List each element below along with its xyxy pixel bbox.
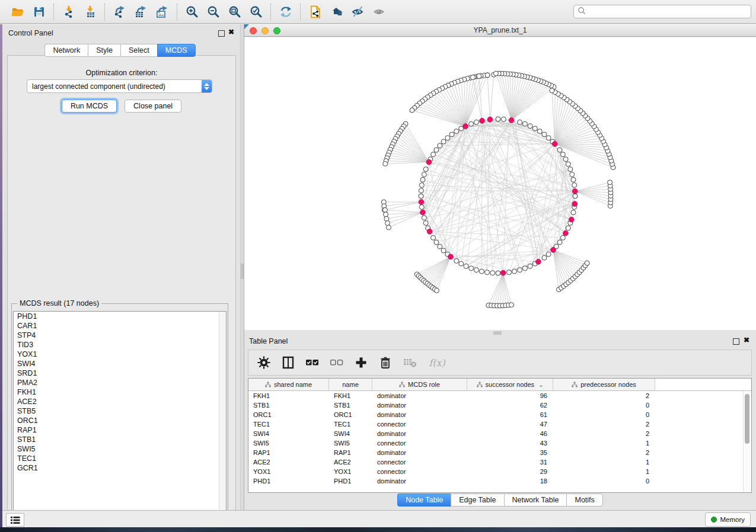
mcds-result-item[interactable]: PMA2: [14, 378, 226, 387]
optimization-criterion-select[interactable]: largest connected component (undirected): [27, 79, 212, 93]
mcds-result-item[interactable]: STB5: [14, 406, 226, 416]
column-header-MCDS-role[interactable]: MCDS role: [372, 379, 467, 390]
mcds-result-item[interactable]: CAR1: [14, 321, 226, 331]
tab-style[interactable]: Style: [88, 44, 120, 57]
cell-shared-name[interactable]: SWI5: [248, 440, 329, 447]
cell-shared-name[interactable]: STB1: [248, 402, 329, 409]
deselect-all-icon[interactable]: [330, 355, 344, 370]
network-graph[interactable]: [244, 37, 756, 330]
table-row[interactable]: SWI4SWI4dominator462: [248, 429, 751, 438]
cell-successor-nodes[interactable]: 61: [467, 411, 553, 418]
cell-shared-name[interactable]: SWI4: [248, 430, 329, 437]
add-icon[interactable]: [354, 355, 368, 370]
refresh-icon[interactable]: [277, 4, 294, 20]
cell-predecessor-nodes[interactable]: 0: [553, 402, 655, 409]
tab-network[interactable]: Network: [44, 44, 88, 57]
cell-shared-name[interactable]: ORC1: [248, 411, 329, 418]
tab-network-table[interactable]: Network Table: [504, 493, 567, 507]
column-header-successor-nodes[interactable]: successor nodes⌄: [467, 379, 553, 390]
tab-select[interactable]: Select: [120, 44, 157, 57]
cell-predecessor-nodes[interactable]: 2: [553, 449, 655, 456]
column-header-name[interactable]: name: [329, 379, 372, 390]
cell-MCDS-role[interactable]: dominator: [372, 430, 467, 437]
mcds-result-item[interactable]: PHD1: [14, 312, 226, 321]
mcds-result-item[interactable]: RAP1: [14, 425, 226, 435]
select-all-icon[interactable]: [305, 355, 320, 370]
close-table-panel-icon[interactable]: ✖: [744, 336, 749, 344]
cell-successor-nodes[interactable]: 31: [467, 459, 553, 466]
cell-successor-nodes[interactable]: 18: [467, 477, 553, 485]
cell-shared-name[interactable]: ACE2: [248, 459, 329, 466]
tab-edge-table[interactable]: Edge Table: [451, 493, 503, 507]
cell-MCDS-role[interactable]: connector: [372, 421, 467, 428]
mcds-result-item[interactable]: ORC1: [14, 416, 226, 425]
table-scrollbar[interactable]: [743, 391, 751, 492]
cell-shared-name[interactable]: TEC1: [248, 421, 329, 428]
mcds-result-item[interactable]: SWI4: [14, 359, 226, 368]
network-document-icon[interactable]: [307, 4, 324, 20]
cell-MCDS-role[interactable]: connector: [372, 459, 467, 466]
cell-name[interactable]: FKH1: [329, 392, 372, 399]
cell-MCDS-role[interactable]: dominator: [372, 392, 467, 399]
mcds-list-scrollbar[interactable]: [219, 312, 226, 521]
float-panel-icon[interactable]: [218, 30, 225, 37]
close-panel-icon[interactable]: ✖: [228, 28, 234, 36]
import-table-icon[interactable]: [82, 4, 98, 20]
cell-shared-name[interactable]: PHD1: [248, 477, 329, 485]
network-canvas[interactable]: [244, 37, 756, 330]
table-row[interactable]: RAP1RAP1dominator352: [248, 448, 751, 457]
cell-name[interactable]: PHD1: [329, 477, 372, 485]
column-header-predecessor-nodes[interactable]: predecessor nodes: [553, 379, 655, 390]
export-image-icon[interactable]: [154, 4, 171, 20]
cell-predecessor-nodes[interactable]: 2: [553, 430, 655, 437]
open-folder-icon[interactable]: [9, 4, 26, 20]
close-panel-button[interactable]: Close panel: [125, 100, 181, 113]
table-row[interactable]: ACE2ACE2connector311: [248, 457, 751, 467]
tab-node-table[interactable]: Node Table: [397, 493, 451, 507]
table-row[interactable]: STB1STB1dominator620: [248, 400, 751, 410]
cell-successor-nodes[interactable]: 29: [467, 468, 553, 475]
cell-predecessor-nodes[interactable]: 1: [553, 440, 655, 447]
float-table-panel-icon[interactable]: [733, 338, 739, 345]
mcds-result-item[interactable]: TEC1: [14, 454, 226, 463]
cell-shared-name[interactable]: YOX1: [248, 468, 329, 475]
mcds-result-item[interactable]: FKH1: [14, 387, 226, 397]
table-row[interactable]: PHD1PHD1dominator180: [248, 476, 751, 486]
mcds-result-item[interactable]: SRD1: [14, 368, 226, 378]
cell-predecessor-nodes[interactable]: 2: [553, 392, 655, 399]
search-box[interactable]: [573, 5, 751, 18]
table-row[interactable]: FKH1FKH1dominator962: [248, 391, 751, 400]
trash-icon[interactable]: [378, 355, 393, 370]
cell-MCDS-role[interactable]: connector: [372, 468, 467, 475]
task-history-button[interactable]: [6, 513, 24, 527]
zoom-out-icon[interactable]: [205, 4, 222, 20]
run-mcds-button[interactable]: Run MCDS: [62, 100, 117, 113]
cell-MCDS-role[interactable]: connector: [372, 440, 467, 447]
mcds-result-item[interactable]: STP4: [14, 331, 226, 340]
cell-shared-name[interactable]: FKH1: [248, 392, 329, 399]
vertical-splitter[interactable]: [240, 24, 244, 510]
columns-icon[interactable]: [281, 355, 295, 370]
zoom-in-icon[interactable]: [184, 4, 200, 20]
table-row[interactable]: SWI5SWI5connector431: [248, 438, 751, 448]
cell-predecessor-nodes[interactable]: 0: [553, 411, 655, 418]
cell-MCDS-role[interactable]: dominator: [372, 449, 467, 456]
mcds-result-item[interactable]: ACE2: [14, 397, 226, 406]
import-network-icon[interactable]: [60, 4, 77, 20]
table-row[interactable]: TEC1TEC1connector472: [248, 419, 751, 429]
mcds-result-item[interactable]: TID3: [14, 340, 226, 350]
cell-name[interactable]: ORC1: [329, 411, 372, 418]
cell-name[interactable]: STB1: [329, 402, 372, 409]
show-details-icon[interactable]: [371, 4, 388, 20]
tab-mcds[interactable]: MCDS: [157, 44, 196, 57]
search-input[interactable]: [586, 7, 751, 17]
cell-predecessor-nodes[interactable]: 1: [553, 459, 655, 466]
mcds-result-item[interactable]: GCR1: [14, 463, 226, 473]
cell-successor-nodes[interactable]: 62: [467, 402, 553, 409]
cell-name[interactable]: SWI4: [329, 430, 372, 437]
export-table-icon[interactable]: [133, 4, 149, 20]
cell-successor-nodes[interactable]: 43: [467, 440, 553, 447]
first-neighbors-icon[interactable]: [328, 4, 345, 20]
table-row[interactable]: YOX1YOX1connector291: [248, 467, 751, 476]
cell-name[interactable]: TEC1: [329, 421, 372, 428]
